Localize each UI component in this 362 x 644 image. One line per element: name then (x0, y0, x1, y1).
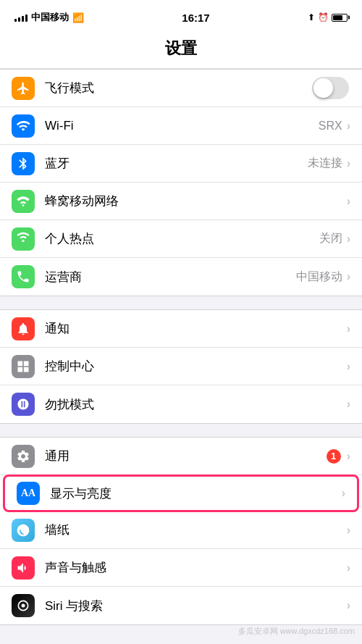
display-brightness-label: 显示与亮度 (50, 485, 342, 502)
carrier-label: 中国移动 (31, 11, 69, 24)
sounds-chevron: › (347, 561, 350, 574)
bluetooth-label: 蓝牙 (45, 155, 308, 172)
cellular-label: 蜂窝移动网络 (45, 193, 342, 209)
siri-icon (12, 594, 35, 617)
cellular-chevron: › (347, 195, 350, 208)
bluetooth-chevron: › (347, 157, 350, 170)
wallpaper-chevron: › (347, 524, 350, 537)
notifications-chevron: › (347, 322, 350, 335)
notifications-icon (12, 317, 35, 340)
alarm-icon: ⏰ (318, 12, 329, 22)
signal-icon (14, 13, 28, 22)
hotspot-chevron: › (347, 233, 350, 246)
wifi-row[interactable]: Wi-Fi SRX › (0, 107, 362, 145)
control-center-label: 控制中心 (45, 358, 347, 375)
display-icon: AA (17, 482, 40, 505)
wifi-value: SRX (319, 120, 342, 133)
general-row[interactable]: 通用 1 › (0, 438, 362, 475)
sounds-label: 声音与触感 (45, 559, 347, 576)
notifications-row[interactable]: 通知 › (0, 310, 362, 348)
carrier-chevron: › (347, 270, 350, 283)
airplane-label: 飞行模式 (45, 80, 312, 96)
airplane-toggle[interactable] (312, 77, 349, 99)
airplane-icon (12, 77, 35, 100)
display-brightness-chevron: › (342, 487, 345, 500)
bluetooth-row[interactable]: 蓝牙 未连接 › (0, 145, 362, 183)
general-icon (12, 445, 35, 468)
dnd-label: 勿扰模式 (45, 396, 347, 413)
wifi-setting-icon (12, 114, 35, 138)
svg-point-1 (22, 604, 25, 608)
dnd-icon (12, 393, 35, 416)
cellular-icon (12, 190, 35, 213)
airplane-mode-row[interactable]: 飞行模式 (0, 70, 362, 107)
wallpaper-icon (12, 519, 35, 542)
carrier-icon (12, 265, 35, 288)
wifi-label: Wi-Fi (45, 119, 319, 133)
wifi-icon: 📶 (72, 12, 84, 23)
network-section: 飞行模式 Wi-Fi SRX › 蓝牙 未连接 › 蜂窝移动网络 › (0, 69, 362, 296)
location-icon: ⬆ (308, 12, 315, 22)
wallpaper-row[interactable]: 墙纸 › (0, 511, 362, 549)
hotspot-label: 个人热点 (45, 230, 319, 247)
bluetooth-value: 未连接 (308, 156, 342, 171)
control-center-row[interactable]: 控制中心 › (0, 348, 362, 385)
display-section: 通用 1 › AA 显示与亮度 › 墙纸 › 声音与触感 › Siri 与搜索 … (0, 437, 362, 625)
dnd-row[interactable]: 勿扰模式 › (0, 385, 362, 423)
wifi-chevron: › (347, 120, 350, 133)
dnd-chevron: › (347, 398, 350, 411)
siri-row[interactable]: Siri 与搜索 › (0, 587, 362, 624)
sounds-row[interactable]: 声音与触感 › (0, 549, 362, 587)
siri-chevron: › (347, 599, 350, 612)
hotspot-icon (12, 227, 35, 251)
page-title: 设置 (0, 32, 362, 69)
carrier-value: 中国移动 (296, 269, 342, 285)
sounds-icon (12, 556, 35, 580)
cellular-row[interactable]: 蜂窝移动网络 › (0, 183, 362, 220)
general-label: 通用 (45, 448, 327, 464)
time-display: 16:17 (182, 12, 209, 24)
notifications-label: 通知 (45, 320, 347, 337)
bluetooth-icon (12, 152, 35, 175)
control-center-icon (12, 355, 35, 378)
battery-icon (332, 14, 348, 22)
status-icons: ⬆ ⏰ (308, 12, 348, 22)
carrier-setting-label: 运营商 (45, 269, 296, 285)
carrier-row[interactable]: 运营商 中国移动 › (0, 258, 362, 296)
system-section: 通知 › 控制中心 › 勿扰模式 › (0, 309, 362, 424)
status-bar: 中国移动 📶 16:17 ⬆ ⏰ (0, 0, 362, 32)
control-center-chevron: › (347, 360, 350, 373)
display-brightness-row[interactable]: AA 显示与亮度 › (3, 474, 359, 512)
general-chevron: › (347, 450, 350, 463)
wallpaper-label: 墙纸 (45, 522, 347, 538)
general-badge: 1 (327, 449, 341, 464)
hotspot-value: 关闭 (319, 231, 342, 246)
siri-label: Siri 与搜索 (45, 598, 347, 614)
watermark: 多瓜安卓网 www.dgxcdz168.com (238, 626, 355, 637)
carrier-signal: 中国移动 📶 (14, 11, 84, 24)
hotspot-row[interactable]: 个人热点 关闭 › (0, 220, 362, 258)
